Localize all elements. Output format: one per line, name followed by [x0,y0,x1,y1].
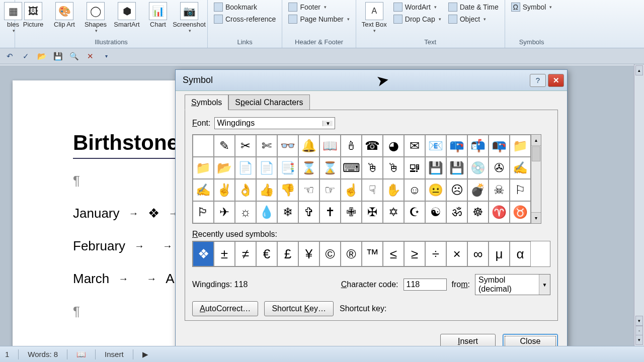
symbol-cell[interactable]: 📂 [214,157,235,179]
recent-symbol-cell[interactable]: ™ [362,241,383,266]
smartart-button[interactable]: ⬢SmartArt [112,1,142,29]
recent-symbol-cell[interactable]: ≤ [383,241,404,266]
symbol-cell[interactable]: ✇ [489,157,510,179]
symbol-button[interactable]: ΩSymbol▾ [508,1,555,13]
wordart-button[interactable]: WordArt▾ [390,1,444,13]
chevron-down-icon[interactable]: ▼ [539,275,550,295]
from-combobox[interactable]: Symbol (decimal) ▼ [475,274,550,295]
symbol-cell[interactable]: ☹ [446,179,467,201]
status-page[interactable]: 1 [5,350,9,358]
recent-symbol-cell[interactable]: ≥ [404,241,425,266]
symbol-cell[interactable]: ♉ [510,201,531,223]
symbol-cell[interactable]: ⌛ [319,157,341,179]
symbol-cell[interactable]: 👓 [277,135,298,157]
chart-button[interactable]: 📊Chart [143,1,173,29]
preview-icon[interactable]: 🔍 [68,51,79,62]
symbol-cell[interactable]: 💣 [467,179,489,201]
recent-symbol-cell[interactable]: × [446,241,467,266]
symbol-cell[interactable]: ☝ [341,179,362,201]
recent-symbol-cell[interactable]: ∞ [467,241,489,266]
autocorrect-button[interactable]: AutoCorrect… [192,301,258,316]
symbol-cell[interactable]: ◕ [383,135,404,157]
symbol-cell[interactable]: 🕯 [341,135,362,157]
datetime-button[interactable]: Date & Time [445,1,502,13]
tab-symbols[interactable]: Symbols [185,95,228,110]
dialog-close-button[interactable]: ✕ [548,74,564,87]
symbol-cell[interactable]: 📁 [193,157,214,179]
symbol-cell[interactable]: ☸ [467,201,489,223]
symbol-cell[interactable]: ✄ [256,135,277,157]
symbol-cell[interactable]: ✡ [383,201,404,223]
symbol-cell[interactable]: 💾 [425,157,446,179]
save-icon[interactable]: 💾 [52,51,63,62]
recent-symbol-cell[interactable]: € [256,241,277,266]
picture-button[interactable]: 🖼Picture [18,1,48,29]
symbol-cell[interactable]: ✂ [235,135,256,157]
symbol-cell[interactable]: ✍ [193,179,214,201]
undo-icon[interactable]: ↶ [4,51,15,62]
footer-button[interactable]: Footer▾ [285,1,352,13]
font-combobox[interactable]: Wingdings ▼ [214,117,335,129]
pagenumber-button[interactable]: Page Number▾ [285,13,352,25]
symbol-cell[interactable]: ☟ [362,179,383,201]
vertical-scrollbar[interactable]: ▴ ▾ ◦ ▾ [634,64,644,346]
symbol-cell[interactable]: 📑 [277,157,298,179]
chevron-down-icon[interactable]: ▼ [323,121,333,126]
symbol-cell[interactable]: ✝ [319,201,341,223]
symbol-cell[interactable]: 👎 [277,179,298,201]
symbol-cell[interactable]: 👍 [256,179,277,201]
symbol-cell[interactable]: ✈ [214,201,235,223]
symbol-cell[interactable]: ✙ [341,201,362,223]
symbol-cell[interactable]: 📬 [467,135,489,157]
symbol-cell[interactable]: ✠ [362,201,383,223]
symbol-cell[interactable]: 📭 [489,135,510,157]
symbol-cell[interactable]: 🖳 [404,157,425,179]
qat-dropdown-icon[interactable]: ▾ [101,51,112,62]
symbol-cell[interactable]: ☯ [425,201,446,223]
spellcheck-icon[interactable]: ✓ [20,51,31,62]
proofing-icon[interactable]: 📖 [76,350,86,359]
dropcap-button[interactable]: Drop Cap▾ [390,13,444,25]
symbol-cell[interactable]: 😐 [425,179,446,201]
shortcutkey-button[interactable]: Shortcut Key… [264,301,334,316]
symbol-cell[interactable]: ☺ [404,179,425,201]
symbol-cell[interactable]: 💧 [256,201,277,223]
symbol-cell[interactable]: ॐ [446,201,467,223]
screenshot-button[interactable]: 📷Screenshot▾ [174,1,204,34]
status-mode[interactable]: Insert [105,350,124,358]
recent-symbol-cell[interactable]: α [510,241,531,266]
recent-symbol-cell[interactable]: μ [489,241,510,266]
symbol-cell[interactable]: ✋ [383,179,404,201]
open-icon[interactable]: 📂 [36,51,47,62]
close-icon[interactable]: ✕ [85,51,96,62]
recent-symbol-cell[interactable]: ÷ [425,241,446,266]
recent-symbols[interactable]: ❖±≠€£¥©®™≤≥÷×∞μα [192,241,550,267]
symbol-cell[interactable]: 📖 [319,135,341,157]
symbol-cell[interactable]: ☪ [404,201,425,223]
symbol-cell[interactable]: ✌ [214,179,235,201]
symbol-cell[interactable]: ⌛ [298,157,319,179]
symbol-cell[interactable]: ⚐ [510,179,531,201]
symbol-grid[interactable]: ✎✂✄👓🔔📖🕯☎◕✉📧📪📬📭📁📁📂📄📄📑⌛⌛⌨🖰🖰🖳💾💾💿✇✍✍✌👌👍👎☜☞☝☟… [192,134,531,224]
symbol-cell[interactable]: 📧 [425,135,446,157]
symbol-cell[interactable]: 💿 [467,157,489,179]
symbol-cell[interactable]: ☜ [298,179,319,201]
symbol-cell[interactable]: ♈ [489,201,510,223]
symbol-cell[interactable]: 🔔 [298,135,319,157]
symbol-cell[interactable]: 🖰 [362,157,383,179]
symbol-cell[interactable]: 👌 [235,179,256,201]
recent-symbol-cell[interactable]: ≠ [235,241,256,266]
symbol-cell[interactable]: 📁 [510,135,531,157]
crossref-button[interactable]: Cross-reference [211,13,279,25]
clipart-button[interactable]: 🎨Clip Art [49,1,79,29]
recent-symbol-cell[interactable]: ¥ [298,241,319,266]
symbol-cell[interactable]: 🖰 [383,157,404,179]
symbol-cell[interactable] [193,135,214,157]
symbol-cell[interactable]: 📄 [235,157,256,179]
symbol-cell[interactable]: ☞ [319,179,341,201]
recent-symbol-cell[interactable]: © [319,241,341,266]
recent-symbol-cell[interactable]: ❖ [193,241,214,266]
tab-special-characters[interactable]: Special Characters [228,95,309,110]
symbol-cell[interactable]: ✞ [298,201,319,223]
symbol-cell[interactable]: 📪 [446,135,467,157]
